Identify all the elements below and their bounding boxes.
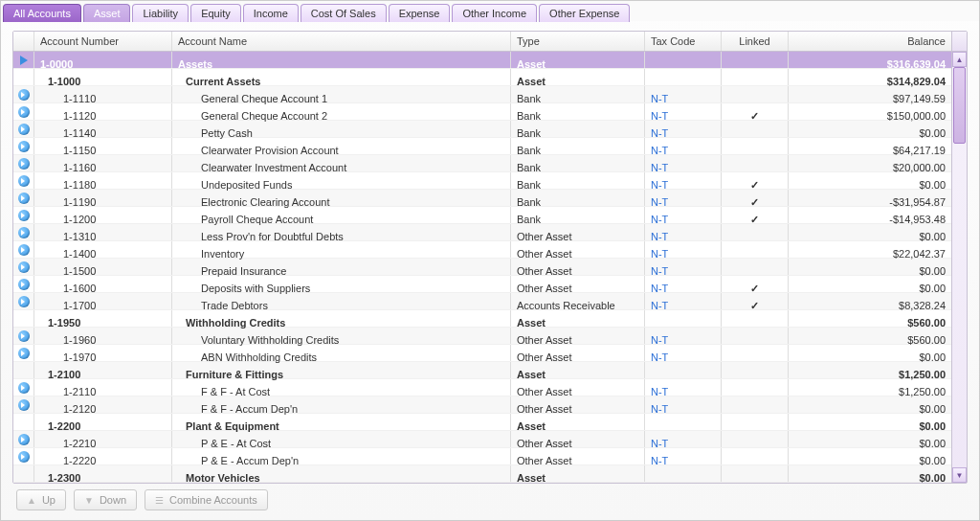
cell-balance: $0.00	[789, 396, 951, 413]
cell-tax-code[interactable]: N-T	[645, 121, 722, 137]
col-header-type[interactable]: Type	[511, 32, 645, 51]
cell-account-name: Electronic Clearing Account	[172, 190, 511, 206]
detail-arrow-icon[interactable]	[18, 279, 30, 290]
table-row[interactable]: 1-1200Payroll Cheque AccountBankN-T✓-$14…	[13, 207, 951, 224]
cell-tax-code[interactable]: N-T	[645, 328, 722, 344]
table-row[interactable]: 1-1700Trade DebtorsAccounts ReceivableN-…	[13, 293, 951, 310]
detail-arrow-icon[interactable]	[18, 141, 30, 152]
cell-account-name: F & F - Accum Dep'n	[172, 396, 511, 413]
scroll-track[interactable]	[952, 67, 967, 467]
detail-arrow-icon[interactable]	[18, 434, 30, 445]
table-row[interactable]: 1-1970ABN Withholding CreditsOther Asset…	[13, 345, 951, 362]
col-header-balance[interactable]: Balance	[789, 32, 951, 51]
table-row[interactable]: 1-2300Motor VehiclesAsset$0.00	[13, 465, 951, 483]
detail-arrow-icon[interactable]	[18, 451, 30, 463]
table-row[interactable]: 1-1110General Cheque Account 1BankN-T$97…	[13, 86, 951, 103]
detail-arrow-icon[interactable]	[18, 158, 30, 170]
tab-income[interactable]: Income	[243, 4, 299, 22]
tab-expense[interactable]: Expense	[389, 4, 451, 22]
cell-tax-code[interactable]: N-T	[645, 379, 722, 396]
cell-tax-code[interactable]: N-T	[645, 224, 722, 240]
detail-arrow-icon[interactable]	[18, 399, 30, 411]
table-row[interactable]: 1-1150Clearwater Provision AccountBankN-…	[13, 138, 951, 155]
table-row[interactable]: 1-2200Plant & EquipmentAsset$0.00	[13, 414, 951, 431]
cell-tax-code[interactable]: N-T	[645, 431, 722, 447]
detail-arrow-icon[interactable]	[18, 382, 30, 394]
cell-tax-code[interactable]: N-T	[645, 190, 722, 206]
table-row[interactable]: 1-1120General Cheque Account 2BankN-T✓$1…	[13, 103, 951, 121]
scroll-down-icon[interactable]: ▼	[952, 467, 967, 483]
scroll-thumb[interactable]	[953, 67, 966, 144]
table-row[interactable]: 1-2100Furniture & FittingsAsset$1,250.00	[13, 362, 951, 379]
cell-account-name: Assets	[172, 52, 511, 68]
tab-equity[interactable]: Equity	[190, 4, 241, 22]
cell-tax-code[interactable]: N-T	[645, 276, 722, 292]
tab-other-expense[interactable]: Other Expense	[539, 4, 630, 22]
col-header-number[interactable]: Account Number	[34, 32, 172, 51]
detail-arrow-icon[interactable]	[18, 89, 30, 101]
row-icon-cell	[13, 121, 34, 137]
detail-arrow-icon[interactable]	[18, 210, 30, 221]
cell-account-number: 1-0000	[34, 52, 172, 68]
table-row[interactable]: 1-1190Electronic Clearing AccountBankN-T…	[13, 190, 951, 207]
table-row[interactable]: 1-2220P & E - Accum Dep'nOther AssetN-T$…	[13, 448, 951, 465]
cell-tax-code[interactable]: N-T	[645, 293, 722, 309]
table-row[interactable]: 1-2210P & E - At CostOther AssetN-T$0.00	[13, 431, 951, 448]
tab-asset[interactable]: Asset	[83, 4, 131, 22]
combine-accounts-button[interactable]: ☰ Combine Accounts	[145, 489, 268, 510]
detail-arrow-icon[interactable]	[18, 124, 30, 135]
tab-liability[interactable]: Liability	[132, 4, 189, 22]
detail-arrow-icon[interactable]	[18, 244, 30, 256]
cell-tax-code[interactable]: N-T	[645, 448, 722, 464]
detail-arrow-icon[interactable]	[18, 330, 30, 342]
table-row[interactable]: 1-1500Prepaid InsuranceOther AssetN-T$0.…	[13, 259, 951, 276]
detail-arrow-icon[interactable]	[18, 227, 30, 238]
tab-cost-of-sales[interactable]: Cost Of Sales	[301, 4, 387, 22]
row-icon-cell	[13, 190, 34, 206]
down-button[interactable]: ▼ Down	[74, 489, 137, 510]
table-row[interactable]: 1-1310Less Prov'n for Doubtful DebtsOthe…	[13, 224, 951, 241]
cell-tax-code	[645, 414, 722, 430]
scroll-up-icon[interactable]: ▲	[952, 52, 967, 67]
detail-arrow-icon[interactable]	[18, 193, 30, 204]
detail-arrow-icon[interactable]	[18, 175, 30, 187]
table-row[interactable]: 1-1180Undeposited FundsBankN-T✓$0.00	[13, 172, 951, 190]
table-row[interactable]: 1-2120F & F - Accum Dep'nOther AssetN-T$…	[13, 396, 951, 414]
up-button[interactable]: ▲ Up	[16, 489, 66, 510]
col-header-icon[interactable]	[13, 32, 34, 51]
cell-account-name: Trade Debtors	[172, 293, 511, 309]
tab-all-accounts[interactable]: All Accounts	[3, 4, 81, 22]
cell-tax-code[interactable]: N-T	[645, 103, 722, 120]
table-row[interactable]: 1-1160Clearwater Investment AccountBankN…	[13, 155, 951, 172]
cell-linked	[722, 241, 789, 258]
tab-other-income[interactable]: Other Income	[452, 4, 537, 22]
col-header-tax[interactable]: Tax Code	[645, 32, 722, 51]
table-row[interactable]: 1-1400InventoryOther AssetN-T$22,042.37	[13, 241, 951, 259]
cell-tax-code[interactable]: N-T	[645, 259, 722, 275]
cell-tax-code[interactable]: N-T	[645, 86, 722, 102]
cell-type: Other Asset	[511, 448, 645, 464]
detail-arrow-icon[interactable]	[18, 106, 30, 118]
cell-tax-code[interactable]: N-T	[645, 138, 722, 154]
cell-tax-code[interactable]: N-T	[645, 172, 722, 189]
detail-arrow-icon[interactable]	[18, 348, 30, 359]
table-row[interactable]: 1-1000Current AssetsAsset$314,829.04	[13, 69, 951, 86]
detail-arrow-icon[interactable]	[18, 296, 30, 307]
table-row[interactable]: 1-0000AssetsAsset$316,639.04	[13, 52, 951, 69]
cell-tax-code[interactable]: N-T	[645, 396, 722, 413]
col-header-linked[interactable]: Linked	[722, 32, 789, 51]
table-row[interactable]: 1-1960Voluntary Withholding CreditsOther…	[13, 328, 951, 345]
col-header-name[interactable]: Account Name	[172, 32, 511, 51]
tab-bar: All AccountsAssetLiabilityEquityIncomeCo…	[1, 1, 979, 21]
detail-arrow-icon[interactable]	[18, 261, 30, 273]
cell-tax-code[interactable]: N-T	[645, 155, 722, 171]
table-row[interactable]: 1-1950Withholding CreditsAsset$560.00	[13, 310, 951, 328]
table-row[interactable]: 1-1140Petty CashBankN-T$0.00	[13, 121, 951, 138]
vertical-scrollbar[interactable]: ▲ ▼	[951, 52, 967, 483]
table-row[interactable]: 1-2110F & F - At CostOther AssetN-T$1,25…	[13, 379, 951, 396]
table-row[interactable]: 1-1600Deposits with SuppliersOther Asset…	[13, 276, 951, 293]
cell-type: Asset	[511, 69, 645, 85]
cell-tax-code[interactable]: N-T	[645, 345, 722, 361]
cell-tax-code[interactable]: N-T	[645, 207, 722, 223]
cell-tax-code[interactable]: N-T	[645, 241, 722, 258]
